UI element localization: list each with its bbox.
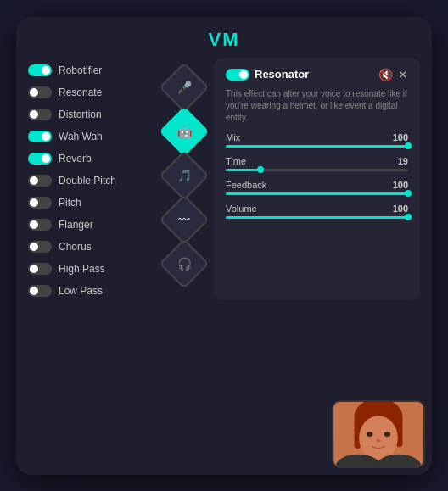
effect-label-double-pitch: Double Pitch [59,175,116,187]
app-logo: VM [209,29,240,51]
effect-label-wah-wah: Wah Wah [59,131,103,142]
svg-point-6 [367,432,373,437]
sidebar-item-chorus[interactable]: Chorus [28,237,160,256]
param-label-feedback: Feedback [226,180,266,190]
sidebar-item-distortion[interactable]: Distortion [28,105,160,124]
param-row-feedback: Feedback100 [226,180,408,195]
chain-node-icon-robot: 🤖 [177,125,192,138]
webcam-face [333,402,423,466]
param-label-mix: Mix [226,132,240,142]
toggle-distortion[interactable] [28,109,52,120]
svg-point-8 [376,438,381,442]
toggle-pitch[interactable] [28,197,52,209]
main-content: RobotifierResonateDistortionWah WahRever… [16,58,432,300]
effect-label-reverb: Reverb [59,153,92,165]
app-header: VM [16,17,432,58]
toggle-resonate[interactable] [28,86,52,98]
sidebar-item-robotifier[interactable]: Robotifier [28,61,160,80]
app-container: VM RobotifierResonateDistortionWah WahRe… [16,17,432,475]
effect-label-distortion: Distortion [59,109,102,120]
chain-node-icon-wave: 〰 [178,213,190,226]
param-header-volume: Volume100 [226,204,408,214]
sidebar-item-double-pitch[interactable]: Double Pitch [28,171,160,190]
toggle-reverb[interactable] [28,153,52,165]
panel-toggle[interactable] [226,69,249,81]
slider-fill-time [226,169,260,171]
param-label-volume: Volume [226,204,257,214]
effect-label-resonate: Resonate [59,86,102,98]
chain-node-headphone[interactable]: 🎧 [159,238,209,288]
chain-node-wave[interactable]: 〰 [159,194,209,244]
chain-node-icon-harmonic: 🎵 [177,169,192,182]
slider-track-mix[interactable] [226,145,408,148]
webcam-preview [332,400,425,468]
param-header-mix: Mix100 [226,132,408,142]
param-header-feedback: Feedback100 [226,180,408,190]
param-row-volume: Volume100 [226,204,408,219]
sidebar-item-high-pass[interactable]: High Pass [28,259,160,278]
sidebar: RobotifierResonateDistortionWah WahRever… [28,58,160,300]
slider-track-volume[interactable] [226,216,408,219]
toggle-robotifier[interactable] [28,64,52,76]
panel-toggle-row: Resonator [226,68,309,81]
panel-header: Resonator 🔇 ✕ [226,68,408,81]
param-header-time: Time19 [226,156,408,166]
effect-label-pitch: Pitch [59,197,81,209]
effect-label-chorus: Chorus [59,241,92,253]
effect-label-high-pass: High Pass [59,263,105,275]
slider-fill-mix [226,145,408,148]
param-value-mix: 100 [393,132,408,142]
toggle-chorus[interactable] [28,241,52,253]
mute-button[interactable]: 🔇 [378,68,393,81]
toggle-low-pass[interactable] [28,285,52,297]
sidebar-item-resonate[interactable]: Resonate [28,83,160,102]
sidebar-item-flanger[interactable]: Flanger [28,215,160,234]
effect-chain: 🎤🤖🎵〰🎧 [160,58,209,300]
slider-track-time[interactable] [226,169,408,171]
svg-point-7 [384,432,391,437]
param-value-feedback: 100 [393,180,408,190]
param-value-time: 19 [398,156,408,166]
sidebar-item-low-pass[interactable]: Low Pass [28,282,160,300]
chain-node-mic[interactable]: 🎤 [159,62,209,112]
panel-actions: 🔇 ✕ [378,68,408,81]
close-button[interactable]: ✕ [398,68,408,81]
effect-label-low-pass: Low Pass [59,285,103,297]
effect-label-robotifier: Robotifier [59,64,102,76]
sidebar-item-pitch[interactable]: Pitch [28,193,160,212]
svg-point-5 [359,416,398,460]
param-label-time: Time [226,156,246,166]
effect-label-flanger: Flanger [59,219,93,231]
toggle-wah-wah[interactable] [28,131,52,142]
toggle-double-pitch[interactable] [28,175,52,187]
panel-title: Resonator [255,68,309,81]
params-container: Mix100Time19Feedback100Volume100 [226,132,408,219]
chain-node-icon-headphone: 🎧 [177,257,192,271]
chain-node-robot[interactable]: 🤖 [159,106,209,156]
chain-node-harmonic[interactable]: 🎵 [159,150,209,200]
slider-fill-feedback [226,192,408,195]
chain-node-icon-mic: 🎤 [177,81,192,94]
sidebar-item-reverb[interactable]: Reverb [28,149,160,168]
panel-description: This effect can alter your voice to reso… [226,88,408,124]
param-value-volume: 100 [393,204,408,214]
param-row-time: Time19 [226,156,408,171]
toggle-flanger[interactable] [28,219,52,231]
effect-panel: Resonator 🔇 ✕ This effect can alter your… [214,58,420,300]
sidebar-item-wah-wah[interactable]: Wah Wah [28,127,160,146]
toggle-high-pass[interactable] [28,263,52,275]
param-row-mix: Mix100 [226,132,408,148]
slider-fill-volume [226,216,408,219]
slider-track-feedback[interactable] [226,192,408,195]
